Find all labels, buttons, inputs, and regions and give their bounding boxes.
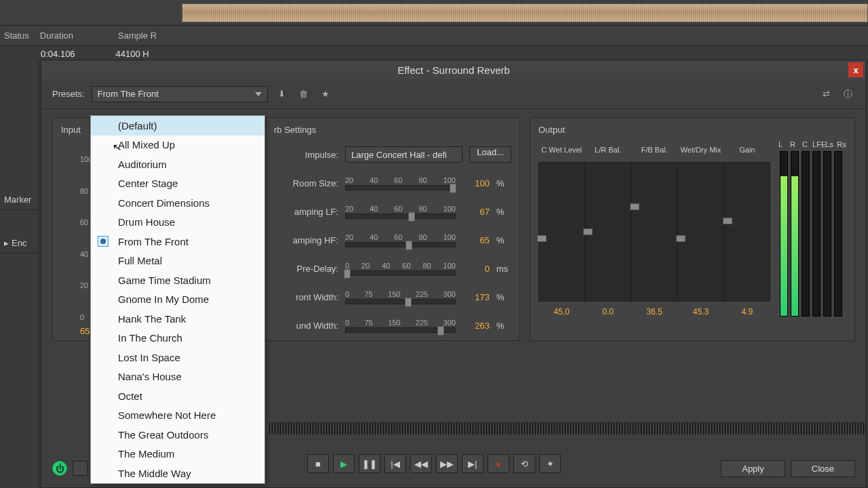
transport-controls: ■ ▶ ❚❚ |◀ ◀◀ ▶▶ ▶| ● ⟲ ✦ (307, 454, 561, 473)
power-button[interactable]: ⏻ (52, 461, 67, 476)
chevron-down-icon (255, 92, 262, 96)
timeline-strip[interactable] (268, 422, 867, 434)
output-value: 45.0 (554, 307, 570, 317)
preset-option[interactable]: Nana's House (91, 367, 264, 387)
output-fader[interactable]: F/B Bal. 36.5 (631, 140, 677, 317)
slider-track[interactable]: 075150225300 (345, 319, 456, 333)
skip-end-button[interactable]: ▶| (462, 454, 484, 473)
level-meter (823, 151, 831, 317)
slider-value: 263 (462, 321, 490, 331)
impulse-select[interactable]: Large Concert Hall - defi (345, 146, 462, 163)
level-meter (834, 151, 842, 317)
slider-row: amping LF: 20406080100 67 % (274, 197, 511, 226)
apply-button[interactable]: Apply (721, 460, 785, 477)
meter-label: Rs (837, 140, 846, 148)
slider-value: 65 (462, 235, 490, 245)
slider-unit: % (496, 235, 511, 245)
meter-label: L (776, 140, 785, 148)
slider-track[interactable]: 20406080100 (345, 233, 456, 247)
preset-option[interactable]: Concert Dimensions (91, 193, 264, 213)
close-icon[interactable]: x (848, 62, 863, 77)
preview-toggle[interactable] (73, 461, 87, 476)
waveform-overview[interactable] (182, 3, 868, 22)
slider-value: 67 (462, 207, 490, 217)
slider-track[interactable]: 020406080100 (345, 262, 456, 276)
flow-icon[interactable]: ⇄ (818, 87, 833, 102)
output-fader[interactable]: Gain 4.9 (724, 140, 770, 317)
preset-option[interactable]: Hank The Tank (91, 309, 264, 329)
loop-button[interactable]: ⟲ (513, 454, 535, 473)
encoder-row[interactable]: ▸Enc (0, 233, 39, 253)
slider-unit: % (496, 292, 511, 302)
preset-option[interactable]: Full Metal (91, 251, 264, 271)
slider-label: ront Width: (274, 292, 338, 302)
skip-silent-button[interactable]: ✦ (539, 454, 561, 473)
skip-start-button[interactable]: |◀ (384, 454, 406, 473)
slider-row: Room Size: 20406080100 100 % (274, 169, 511, 197)
preset-option[interactable]: Drum House (91, 213, 264, 232)
preset-option[interactable]: Center Stage (91, 174, 264, 194)
slider-label: amping HF: (274, 235, 338, 245)
delete-preset-icon[interactable]: 🗑 (296, 87, 311, 102)
output-value: 4.9 (741, 307, 753, 317)
preset-option[interactable]: All Mixed Up (91, 136, 264, 155)
impulse-row: Impulse: Large Concert Hall - defi Load.… (274, 140, 511, 169)
top-toolbar (0, 0, 868, 26)
stop-button[interactable]: ■ (307, 454, 329, 473)
output-title: Output (538, 125, 846, 135)
slider-value: 0 (462, 264, 490, 274)
meter-label: LFE (812, 140, 822, 148)
preset-option[interactable]: The Medium (91, 445, 264, 464)
output-fader[interactable]: Wet/Dry Mix 45.3 (677, 140, 724, 317)
meter-label: Ls (825, 140, 834, 148)
slider-track[interactable]: 075150225300 (345, 290, 456, 304)
output-fader[interactable]: C Wet Level 45.0 (538, 140, 585, 317)
slider-row: und Width: 075150225300 263 % (274, 311, 511, 340)
slider-unit: ms (496, 264, 511, 274)
rewind-button[interactable]: ◀◀ (410, 454, 432, 473)
output-value: 45.3 (693, 307, 709, 317)
marker-row[interactable]: Marker (0, 190, 39, 210)
favorite-icon[interactable]: ★ (318, 87, 333, 102)
preset-dropdown-select[interactable]: From The Front (92, 86, 268, 102)
level-meter (780, 151, 788, 317)
output-value: 0.0 (602, 307, 614, 317)
fastforward-button[interactable]: ▶▶ (436, 454, 458, 473)
close-button[interactable]: Close (791, 460, 855, 477)
preset-option[interactable]: (Default) (91, 116, 264, 136)
meter-label: C (800, 140, 810, 148)
slider-value: 100 (462, 178, 490, 188)
col-sample: Sample R (118, 30, 157, 41)
preset-option[interactable]: Somewhere Not Here (91, 406, 264, 426)
preset-option[interactable]: Gnome In My Dome (91, 290, 264, 310)
col-status: Status (4, 30, 29, 41)
pause-button[interactable]: ❚❚ (359, 454, 380, 473)
play-button[interactable]: ▶ (333, 454, 355, 473)
output-panel: Output C Wet Level 45.0L/R Bal. 0.0F/B B… (530, 117, 855, 341)
column-headers: Status Duration Sample R (0, 26, 868, 46)
load-button[interactable]: Load... (469, 146, 511, 163)
preset-dropdown-list[interactable]: (Default)All Mixed UpAuditoriumCenter St… (90, 115, 265, 484)
slider-track[interactable]: 20406080100 (345, 205, 456, 219)
preset-option[interactable]: The Great Outdoors (91, 425, 264, 445)
preset-option[interactable]: The Middle Way (91, 464, 264, 483)
slider-row: Pre-Delay: 020406080100 0 ms (274, 254, 511, 283)
preset-option[interactable]: Auditorium (91, 155, 264, 174)
slider-label: Room Size: (274, 178, 338, 188)
preset-selected-text: From The Front (98, 89, 159, 99)
save-preset-icon[interactable]: ⬇ (275, 87, 290, 102)
info-icon[interactable]: ⓘ (840, 87, 855, 102)
preset-option[interactable]: In The Church (91, 329, 264, 348)
dialog-titlebar[interactable]: Effect - Surround Reverb x (41, 60, 866, 79)
samplerate-value: 44100 H (116, 49, 149, 59)
slider-track[interactable]: 20406080100 (345, 176, 456, 190)
slider-row: amping HF: 20406080100 65 % (274, 226, 511, 254)
preset-option[interactable]: Octet (91, 386, 264, 406)
preset-option[interactable]: From The Front (91, 232, 264, 251)
record-button[interactable]: ● (488, 454, 509, 473)
preset-option[interactable]: Lost In Space (91, 348, 264, 367)
preset-option[interactable]: Game Time Stadium (91, 270, 264, 290)
duration-value: 0:04.106 (41, 49, 75, 59)
output-fader[interactable]: L/R Bal. 0.0 (585, 140, 631, 317)
col-duration: Duration (40, 30, 73, 41)
